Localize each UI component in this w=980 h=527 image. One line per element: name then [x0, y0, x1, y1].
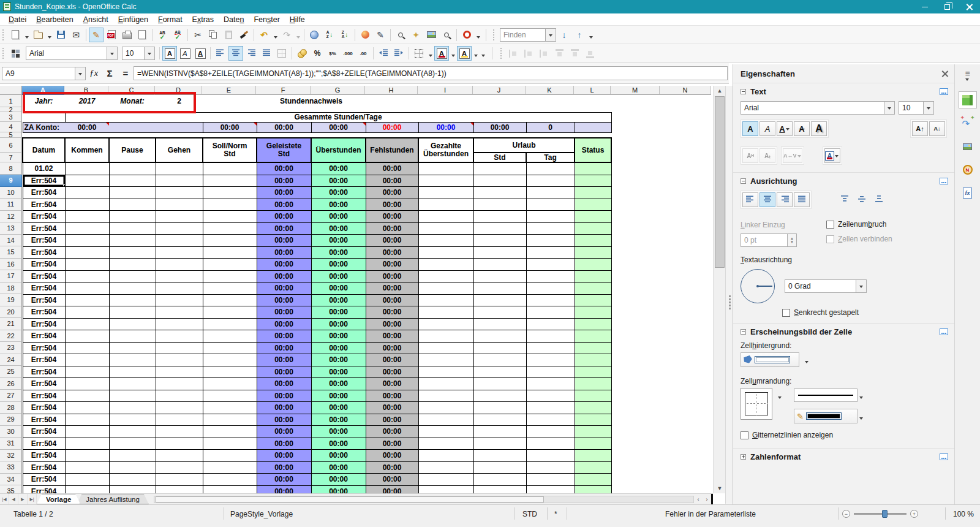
cell-D33[interactable]	[156, 461, 203, 474]
summary-header-cell[interactable]: Gesammte Stunden/Tage	[65, 112, 611, 122]
zoom-slider-handle[interactable]	[882, 510, 888, 518]
cell-J12[interactable]	[473, 211, 526, 223]
help-button[interactable]	[459, 28, 474, 42]
cell-D8[interactable]	[156, 162, 203, 175]
cell-C15[interactable]	[109, 246, 156, 259]
page-style[interactable]: PageStyle_Vorlage	[230, 510, 293, 518]
cell-A33[interactable]: Err:504	[23, 461, 65, 474]
cell-C20[interactable]	[109, 306, 156, 319]
cell-L32[interactable]	[575, 450, 611, 462]
collapse-icon[interactable]	[741, 89, 746, 94]
cell-F28[interactable]: 00:00	[257, 402, 311, 414]
cell-D17[interactable]	[156, 270, 203, 282]
sidebar-collapse-handle[interactable]	[728, 288, 731, 316]
decrease-font-size-button[interactable]: A↓	[929, 121, 945, 136]
row-header-30[interactable]: 30	[0, 426, 22, 438]
cell-H19[interactable]: 00:00	[366, 294, 418, 306]
header-urlaub[interactable]: Urlaub	[473, 138, 575, 153]
cell-J16[interactable]	[473, 259, 526, 271]
cell-F13[interactable]: 00:00	[257, 222, 311, 235]
paste-button[interactable]	[221, 28, 236, 42]
cell-K13[interactable]	[526, 222, 575, 235]
cell-K34[interactable]	[526, 474, 575, 486]
cell-J17[interactable]	[473, 270, 526, 282]
cell-B22[interactable]	[65, 330, 109, 343]
pane-split-handle[interactable]	[711, 494, 713, 504]
menu-format[interactable]: Format	[153, 14, 187, 25]
cell-K11[interactable]	[526, 199, 575, 211]
cell-H15[interactable]: 00:00	[366, 246, 418, 259]
cell-H28[interactable]: 00:00	[366, 402, 418, 414]
cell-F18[interactable]: 00:00	[257, 282, 311, 295]
cell-I23[interactable]	[418, 342, 473, 354]
column-header-H[interactable]: H	[365, 86, 418, 95]
cell-F25[interactable]: 00:00	[257, 366, 311, 378]
cell-J15[interactable]	[473, 246, 526, 259]
borders-dropdown[interactable]	[427, 46, 434, 61]
properties-tab[interactable]	[959, 91, 977, 108]
sidebar-font-size-dropdown[interactable]	[923, 102, 933, 114]
cell-D20[interactable]	[156, 306, 203, 319]
next-sheet-button[interactable]: ▶	[18, 494, 28, 504]
show-draw-functions-button[interactable]: ✎	[373, 28, 388, 42]
cell-E4[interactable]: 00:00	[203, 122, 257, 132]
border-color-dropdown[interactable]	[858, 409, 864, 423]
cell-G20[interactable]: 00:00	[311, 306, 366, 319]
cell-A4[interactable]: ZA Konto:	[23, 122, 65, 132]
cell-C31[interactable]	[109, 438, 156, 450]
find-toolbar-grip[interactable]	[492, 29, 496, 40]
cell-B10[interactable]	[65, 187, 109, 199]
cell-D26[interactable]	[156, 378, 203, 390]
header-fehlstunden[interactable]: Fehlstunden	[366, 138, 418, 162]
header-status[interactable]: Status	[575, 138, 611, 162]
sum-button[interactable]: Σ	[102, 66, 118, 81]
cell-G24[interactable]: 00:00	[311, 354, 366, 366]
cell-K19[interactable]	[526, 294, 575, 306]
functions-tab[interactable]: fx	[959, 184, 977, 202]
cell-G12[interactable]: 00:00	[311, 211, 366, 223]
column-header-L[interactable]: L	[574, 86, 611, 95]
cell-K22[interactable]	[526, 330, 575, 343]
cell-F4[interactable]: 00:00	[257, 122, 311, 132]
find-next-button[interactable]: ↓	[557, 28, 571, 42]
cell-G23[interactable]: 00:00	[311, 342, 366, 354]
cell-I34[interactable]	[418, 474, 473, 486]
cell-I24[interactable]	[418, 354, 473, 366]
header-pause[interactable]: Pause	[109, 138, 156, 162]
cell-I27[interactable]	[418, 390, 473, 402]
cell-A18[interactable]: Err:504	[23, 282, 65, 295]
decrease-indent-button[interactable]	[376, 46, 391, 61]
cell-I15[interactable]	[418, 246, 473, 259]
find-toolbar-overflow[interactable]	[587, 28, 594, 42]
row-header-9[interactable]: 9	[0, 175, 22, 187]
cell-K24[interactable]	[526, 354, 575, 366]
cell-A17[interactable]: Err:504	[23, 270, 65, 282]
cell-G18[interactable]: 00:00	[311, 282, 366, 295]
cell-J33[interactable]	[473, 461, 526, 474]
sidebar-strikethrough-button[interactable]: A	[794, 121, 810, 136]
horizontal-scrollbar[interactable]	[154, 496, 694, 503]
cell-G32[interactable]: 00:00	[311, 450, 366, 462]
sheet-tab-jahres-auflistung[interactable]: Jahres Auflistung	[77, 494, 149, 504]
cell-K10[interactable]	[526, 187, 575, 199]
row-header-29[interactable]: 29	[0, 414, 22, 426]
cell-B33[interactable]	[65, 461, 109, 474]
menu-bearbeiten[interactable]: Bearbeiten	[31, 14, 78, 25]
indent-spinner[interactable]: 0 pt ▲▼	[741, 233, 797, 247]
cell-J26[interactable]	[473, 378, 526, 390]
border-preset-dropdown[interactable]	[776, 388, 783, 403]
font-name-combobox[interactable]: Arial	[26, 47, 118, 60]
cell-I28[interactable]	[418, 402, 473, 414]
sidebar-close-icon[interactable]	[941, 70, 948, 77]
cell-F35[interactable]: 00:00	[257, 485, 311, 493]
cell-A31[interactable]: Err:504	[23, 438, 65, 450]
cell-G30[interactable]: 00:00	[311, 426, 366, 438]
zoom-out-button[interactable]: −	[842, 510, 850, 518]
selection-fill-handle[interactable]	[63, 184, 66, 187]
cell-H14[interactable]: 00:00	[366, 235, 418, 247]
font-color-dropdown[interactable]	[450, 46, 456, 61]
cell-F29[interactable]: 00:00	[257, 414, 311, 426]
cell-D13[interactable]	[156, 222, 203, 235]
cell-J9[interactable]	[473, 175, 526, 187]
cell-D15[interactable]	[156, 246, 203, 259]
